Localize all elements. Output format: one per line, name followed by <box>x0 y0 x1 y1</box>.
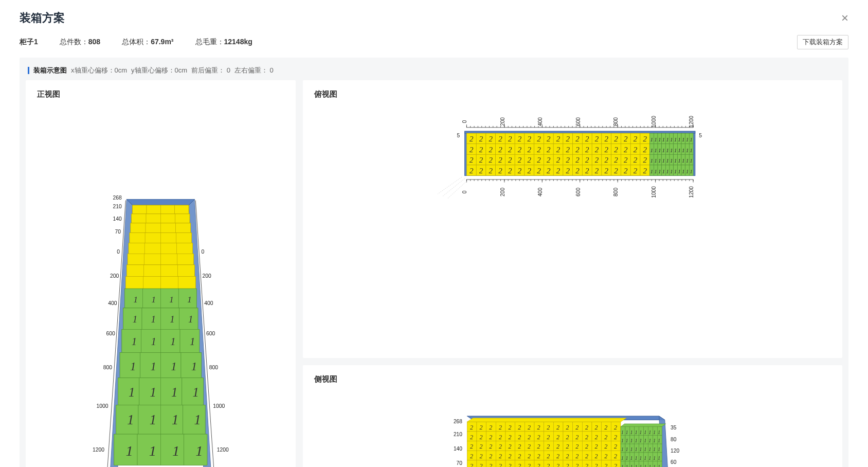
svg-text:1: 1 <box>678 136 681 142</box>
svg-text:2: 2 <box>528 434 531 441</box>
svg-text:400: 400 <box>537 188 543 196</box>
svg-text:2: 2 <box>594 462 598 467</box>
svg-text:2: 2 <box>614 424 617 431</box>
front-view-card: 正视图 <box>26 80 296 467</box>
svg-text:1: 1 <box>658 136 661 142</box>
svg-text:2: 2 <box>498 135 502 143</box>
svg-text:268: 268 <box>113 195 122 201</box>
svg-rect-35 <box>143 265 160 277</box>
svg-text:2: 2 <box>556 135 560 143</box>
svg-text:2: 2 <box>489 146 493 154</box>
svg-text:2: 2 <box>624 156 628 164</box>
svg-text:2: 2 <box>547 424 550 431</box>
svg-text:1: 1 <box>626 438 628 443</box>
svg-text:2: 2 <box>479 156 483 164</box>
svg-text:120: 120 <box>671 448 679 454</box>
svg-rect-9 <box>132 214 146 223</box>
svg-text:1: 1 <box>170 336 175 347</box>
svg-text:1: 1 <box>670 168 673 174</box>
svg-text:2: 2 <box>556 443 559 450</box>
svg-line-522 <box>438 177 462 194</box>
svg-text:800: 800 <box>613 117 619 126</box>
svg-text:2: 2 <box>566 135 570 143</box>
svg-text:1: 1 <box>188 314 193 325</box>
svg-text:1: 1 <box>170 314 174 325</box>
svg-text:1: 1 <box>682 147 685 153</box>
svg-text:2: 2 <box>614 146 618 154</box>
top-view-title: 俯视图 <box>303 80 842 102</box>
svg-text:1: 1 <box>133 314 137 325</box>
svg-text:2: 2 <box>508 443 511 450</box>
svg-text:2: 2 <box>633 135 637 143</box>
svg-text:600: 600 <box>575 188 581 196</box>
svg-text:1: 1 <box>670 147 673 153</box>
svg-text:2: 2 <box>556 453 559 460</box>
svg-text:800: 800 <box>103 365 113 370</box>
svg-text:2: 2 <box>489 434 492 441</box>
svg-text:2: 2 <box>566 462 569 467</box>
svg-text:1: 1 <box>674 168 677 174</box>
svg-text:1200: 1200 <box>689 186 694 198</box>
svg-text:1: 1 <box>639 438 642 443</box>
svg-text:2: 2 <box>517 167 521 175</box>
svg-text:2: 2 <box>604 135 608 143</box>
svg-text:2: 2 <box>547 453 550 460</box>
svg-text:400: 400 <box>204 300 213 306</box>
svg-text:5: 5 <box>699 133 702 138</box>
svg-text:1200: 1200 <box>217 447 229 453</box>
svg-text:0: 0 <box>462 190 467 193</box>
svg-text:140: 140 <box>454 446 462 452</box>
svg-text:2: 2 <box>643 135 647 143</box>
svg-text:2: 2 <box>547 434 550 441</box>
fb-weight: 前后偏重： 0 <box>191 66 230 75</box>
svg-text:1: 1 <box>626 447 628 452</box>
svg-text:2: 2 <box>633 167 637 175</box>
svg-text:2: 2 <box>585 453 588 460</box>
svg-text:2: 2 <box>604 424 607 431</box>
svg-text:2: 2 <box>614 167 618 175</box>
svg-text:2: 2 <box>499 462 502 467</box>
svg-text:0: 0 <box>462 120 467 123</box>
svg-text:2: 2 <box>594 434 598 441</box>
svg-text:2: 2 <box>547 167 551 175</box>
svg-text:1: 1 <box>648 456 651 461</box>
svg-text:1: 1 <box>626 430 628 435</box>
svg-text:1: 1 <box>635 447 637 452</box>
svg-text:1: 1 <box>150 385 156 399</box>
download-plan-button[interactable]: 下载装箱方案 <box>797 35 848 49</box>
svg-text:70: 70 <box>115 229 121 235</box>
svg-text:2: 2 <box>575 156 580 164</box>
svg-text:2: 2 <box>528 453 531 460</box>
svg-rect-15 <box>146 223 160 233</box>
svg-rect-12 <box>175 214 190 223</box>
svg-text:2: 2 <box>489 156 493 164</box>
svg-text:1: 1 <box>690 147 693 153</box>
svg-text:1: 1 <box>662 157 665 164</box>
total-volume: 总体积：67.9m³ <box>122 38 173 47</box>
svg-rect-25 <box>144 243 160 254</box>
svg-rect-6 <box>160 205 174 214</box>
svg-text:1: 1 <box>674 136 677 142</box>
svg-text:1: 1 <box>678 147 681 153</box>
svg-text:2: 2 <box>470 462 473 467</box>
svg-marker-0 <box>126 200 194 205</box>
svg-text:1: 1 <box>639 430 642 435</box>
modal-header: 装箱方案 × <box>20 10 848 26</box>
svg-rect-42 <box>178 277 195 289</box>
svg-rect-14 <box>131 223 146 233</box>
svg-text:1: 1 <box>648 464 651 467</box>
svg-text:2: 2 <box>575 167 580 175</box>
svg-text:2: 2 <box>489 453 492 460</box>
svg-text:1: 1 <box>682 136 685 142</box>
svg-text:1: 1 <box>653 438 656 443</box>
svg-text:70: 70 <box>456 460 462 466</box>
svg-text:2: 2 <box>537 453 540 460</box>
total-pieces: 总件数：808 <box>60 38 100 47</box>
close-icon[interactable]: × <box>841 12 848 24</box>
svg-text:1: 1 <box>639 456 642 461</box>
svg-text:2: 2 <box>547 156 551 164</box>
svg-text:400: 400 <box>537 117 543 126</box>
svg-text:600: 600 <box>106 331 115 336</box>
svg-text:2: 2 <box>537 462 540 467</box>
svg-text:2: 2 <box>489 135 493 143</box>
